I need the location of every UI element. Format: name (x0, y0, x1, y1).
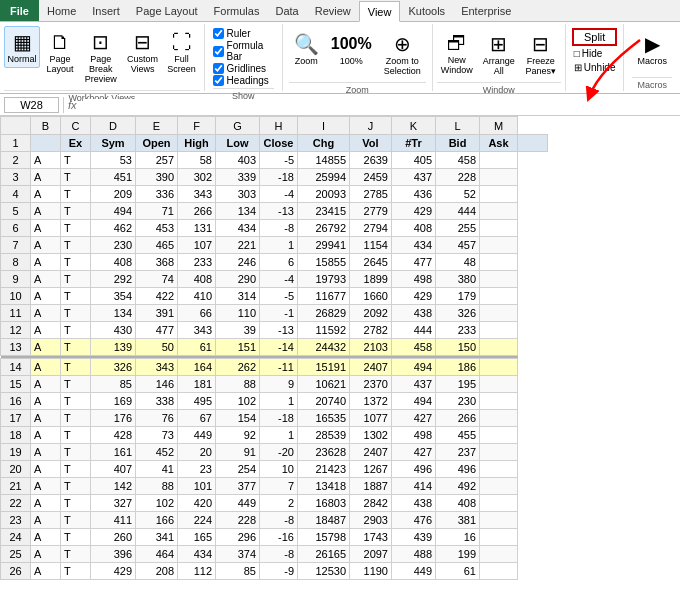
macros-button[interactable]: ▶ Macros (632, 28, 672, 70)
table-cell[interactable]: 458 (392, 339, 436, 356)
table-cell[interactable]: 1 (260, 427, 298, 444)
table-cell[interactable]: A (31, 376, 61, 393)
table-cell[interactable]: 1190 (350, 563, 392, 580)
table-cell[interactable]: A (31, 478, 61, 495)
table-cell[interactable]: 110 (216, 305, 260, 322)
table-cell[interactable]: 131 (178, 220, 216, 237)
table-row[interactable]: 23AT411166224228-8184872903476381 (1, 512, 548, 529)
table-cell[interactable]: 19793 (298, 271, 350, 288)
table-cell[interactable]: 10621 (298, 376, 350, 393)
table-cell[interactable]: 150 (436, 339, 480, 356)
table-cell[interactable]: A (31, 444, 61, 461)
ruler-checkbox[interactable] (213, 28, 224, 39)
table-cell[interactable] (480, 546, 518, 563)
table-cell[interactable]: 420 (178, 495, 216, 512)
table-cell[interactable] (480, 220, 518, 237)
table-cell[interactable]: A (31, 410, 61, 427)
table-cell[interactable]: 303 (216, 186, 260, 203)
table-cell[interactable]: 408 (91, 254, 136, 271)
table-cell[interactable]: 25994 (298, 169, 350, 186)
table-cell[interactable]: 88 (216, 376, 260, 393)
tab-review[interactable]: Review (307, 0, 359, 21)
table-row[interactable]: 13AT1395061151-14244322103458150 (1, 339, 548, 356)
table-cell[interactable] (480, 444, 518, 461)
header-cell[interactable]: #Tr (392, 135, 436, 152)
table-cell[interactable]: A (31, 169, 61, 186)
table-cell[interactable]: A (31, 393, 61, 410)
table-cell[interactable]: 338 (136, 393, 178, 410)
table-cell[interactable]: 52 (436, 186, 480, 203)
table-cell[interactable]: 61 (178, 339, 216, 356)
table-cell[interactable]: 492 (436, 478, 480, 495)
table-cell[interactable]: A (31, 495, 61, 512)
full-screen-button[interactable]: ⛶ FullScreen (164, 26, 200, 78)
header-cell[interactable]: Open (136, 135, 178, 152)
table-cell[interactable]: 224 (178, 512, 216, 529)
table-cell[interactable]: 326 (91, 359, 136, 376)
ruler-checkbox-label[interactable]: Ruler (213, 28, 274, 39)
header-cell[interactable]: Ask (480, 135, 518, 152)
table-cell[interactable]: A (31, 152, 61, 169)
table-cell[interactable]: 26165 (298, 546, 350, 563)
table-cell[interactable]: 2785 (350, 186, 392, 203)
table-cell[interactable]: 438 (392, 305, 436, 322)
table-cell[interactable]: 2407 (350, 444, 392, 461)
table-cell[interactable]: 154 (216, 410, 260, 427)
table-cell[interactable]: 465 (136, 237, 178, 254)
table-cell[interactable]: T (61, 305, 91, 322)
table-cell[interactable]: 112 (178, 563, 216, 580)
table-cell[interactable] (480, 288, 518, 305)
table-cell[interactable]: 495 (178, 393, 216, 410)
table-cell[interactable]: 2782 (350, 322, 392, 339)
table-cell[interactable]: 343 (178, 322, 216, 339)
table-cell[interactable]: 437 (392, 169, 436, 186)
table-cell[interactable]: 16535 (298, 410, 350, 427)
table-cell[interactable]: 429 (392, 203, 436, 220)
table-cell[interactable]: 255 (436, 220, 480, 237)
table-cell[interactable]: 439 (392, 529, 436, 546)
table-cell[interactable]: 494 (392, 359, 436, 376)
table-cell[interactable]: 18487 (298, 512, 350, 529)
table-cell[interactable]: 343 (136, 359, 178, 376)
table-cell[interactable] (480, 254, 518, 271)
table-cell[interactable]: 391 (136, 305, 178, 322)
table-cell[interactable]: 477 (392, 254, 436, 271)
table-cell[interactable] (480, 393, 518, 410)
table-cell[interactable]: 336 (136, 186, 178, 203)
table-cell[interactable]: 464 (136, 546, 178, 563)
table-cell[interactable]: 186 (436, 359, 480, 376)
formula-input[interactable] (83, 99, 676, 111)
table-row[interactable]: 15AT85146181889106212370437195 (1, 376, 548, 393)
table-row[interactable]: 12AT43047734339-13115922782444233 (1, 322, 548, 339)
table-cell[interactable]: 430 (91, 322, 136, 339)
table-cell[interactable]: 437 (392, 376, 436, 393)
table-cell[interactable]: -18 (260, 410, 298, 427)
table-cell[interactable]: 368 (136, 254, 178, 271)
table-cell[interactable]: T (61, 410, 91, 427)
table-cell[interactable]: T (61, 186, 91, 203)
table-cell[interactable]: 91 (216, 444, 260, 461)
table-cell[interactable]: T (61, 546, 91, 563)
table-cell[interactable]: 453 (136, 220, 178, 237)
table-cell[interactable]: 230 (91, 237, 136, 254)
table-cell[interactable]: 23 (178, 461, 216, 478)
table-cell[interactable]: 488 (392, 546, 436, 563)
table-cell[interactable]: 451 (91, 169, 136, 186)
table-cell[interactable] (480, 203, 518, 220)
table-cell[interactable] (480, 529, 518, 546)
table-cell[interactable]: -11 (260, 359, 298, 376)
table-row[interactable]: 22AT3271024204492168032842438408 (1, 495, 548, 512)
tab-formulas[interactable]: Formulas (206, 0, 268, 21)
table-row[interactable]: 20AT407412325410214231267496496 (1, 461, 548, 478)
table-cell[interactable]: A (31, 186, 61, 203)
table-cell[interactable]: 67 (178, 410, 216, 427)
table-row[interactable]: 8AT408368233246615855264547748 (1, 254, 548, 271)
table-cell[interactable]: A (31, 288, 61, 305)
table-cell[interactable]: 436 (392, 186, 436, 203)
table-cell[interactable]: 66 (178, 305, 216, 322)
table-row[interactable]: 26AT42920811285-912530119044961 (1, 563, 548, 580)
table-cell[interactable]: T (61, 220, 91, 237)
table-cell[interactable]: 343 (178, 186, 216, 203)
table-cell[interactable]: 20740 (298, 393, 350, 410)
table-cell[interactable]: 314 (216, 288, 260, 305)
